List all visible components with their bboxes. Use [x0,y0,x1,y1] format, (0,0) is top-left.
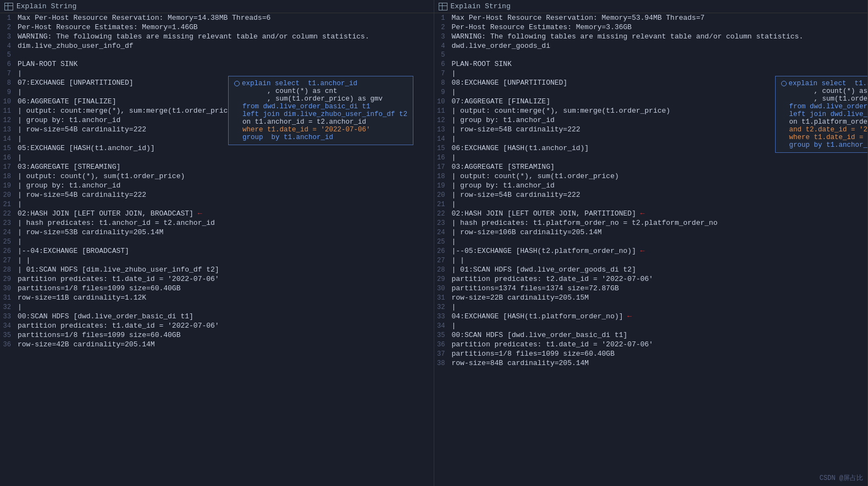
table-row: 1506:EXCHANGE [HASH(t1.anchor_id)] [434,143,868,153]
line-number: 29 [0,275,15,283]
line-content: | [450,303,868,311]
table-row: 27| | [434,256,868,265]
line-number: 24 [0,229,15,236]
table-row: 34| [434,321,868,330]
table-row: 14| [0,134,434,143]
line-number: 12 [0,117,15,124]
table-icon-right [439,3,447,10]
line-number: 6 [0,60,15,68]
line-content: partition predicates: t1.date_id = '2022… [450,340,868,349]
line-content: 00:SCAN HDFS [dwd.live_order_basic_di t1… [450,331,868,339]
line-content: | row-size=106B cardinality=205.14M [450,228,868,236]
left-line-list[interactable]: 1Max Per-Host Resource Reservation: Memo… [0,13,434,486]
line-content: | [450,153,868,162]
line-content: Per-Host Resource Estimates: Memory=3.36… [450,23,868,31]
line-number: 27 [434,257,450,264]
table-row: 1703:AGGREGATE [STREAMING] [0,162,434,172]
line-number: 1 [0,14,15,22]
line-number: 33 [434,313,450,321]
line-number: 3 [0,33,15,41]
line-number: 9 [0,89,15,96]
table-row: 11| output: count:merge(*), sum:merge(t1… [0,106,434,115]
line-number: 9 [434,89,450,96]
left-panel-header: Explain String [0,0,434,13]
table-row: 25| [0,237,434,246]
line-content: WARNING: The following tables are missin… [450,32,868,41]
watermark: CSDN @屏占比 [820,473,863,483]
line-content: row-size=42B cardinality=205.14M [15,340,434,349]
line-number: 15 [434,145,450,152]
line-content: 04:EXCHANGE [HASH(t1.platform_order_no)]… [450,312,868,321]
table-row: 2202:HASH JOIN [LEFT OUTER JOIN, PARTITI… [434,209,868,218]
line-content: | | [15,256,434,264]
line-content: | [15,69,434,78]
table-row: 35 partitions=1/8 files=1099 size=60.40G… [0,330,434,340]
line-number: 8 [0,79,15,87]
line-number: 12 [434,117,450,124]
line-number: 22 [434,210,450,218]
table-row: 29 partition predicates: t2.date_id = '2… [434,274,868,284]
table-row: 13| row-size=54B cardinality=222 [434,125,868,134]
line-content: | hash predicates: t1.anchor_id = t2.anc… [15,219,434,227]
line-content: | [15,153,434,162]
line-content: | [450,88,868,96]
table-row: 5 [434,51,868,59]
line-number: 14 [0,135,15,143]
line-number: 7 [0,70,15,78]
table-row: 6PLAN-ROOT SINK [434,59,868,69]
line-number: 8 [434,79,450,87]
table-row: 12| group by: t1.anchor_id [0,115,434,125]
table-row: 27| | [0,256,434,265]
line-number: 30 [0,285,15,292]
table-row: 1Max Per-Host Resource Reservation: Memo… [434,13,868,23]
red-arrow-icon: ← [198,209,202,218]
line-number: 22 [0,210,15,218]
line-number: 17 [434,163,450,171]
line-content: | [450,322,868,330]
line-content: | [15,238,434,246]
left-panel: Explain String 1Max Per-Host Resource Re… [0,0,434,486]
table-row: 24| row-size=53B cardinality=205.14M [0,228,434,237]
line-content: | hash predicates: t1.platform_order_no … [450,219,868,227]
table-row: 2Per-Host Resource Estimates: Memory=1.4… [0,23,434,32]
table-row: 32| [434,302,868,312]
line-content: | [450,200,868,208]
line-content: row-size=11B cardinality=1.12K [15,294,434,302]
table-row: 3300:SCAN HDFS [dwd.live_order_basic_di … [0,312,434,321]
line-content: 03:AGGREGATE [STREAMING] [15,163,434,171]
line-number: 19 [434,182,450,190]
right-line-list[interactable]: 1Max Per-Host Resource Reservation: Memo… [434,13,868,486]
line-number: 26 [434,247,450,255]
table-row: 19| group by: t1.anchor_id [434,181,868,190]
line-content: | group by: t1.anchor_id [450,116,868,124]
line-content: PLAN-ROOT SINK [450,60,868,68]
line-number: 31 [434,294,450,302]
line-number: 2 [434,24,450,31]
line-number: 15 [0,145,15,152]
line-content: dim.live_zhubo_user_info_df [15,42,434,50]
line-content: partitions=1/8 files=1099 size=60.40GB [15,284,434,292]
table-row: 18| output: count(*), sum(t1.order_price… [434,172,868,181]
line-number: 21 [0,201,15,208]
table-row: 20| row-size=54B cardinality=222 [0,190,434,200]
line-number: 20 [434,191,450,199]
line-number: 32 [0,303,15,311]
line-content: PLAN-ROOT SINK [15,60,434,68]
table-row: 9| [434,87,868,97]
line-number: 23 [0,219,15,227]
table-row: 14| [434,134,868,143]
line-number: 10 [0,98,15,106]
line-content: Per-Host Resource Estimates: Memory=1.46… [15,23,434,31]
line-content: 08:EXCHANGE [UNPARTITIONED] [450,79,868,87]
line-number: 24 [434,229,450,236]
line-content: row-size=84B cardinality=205.14M [450,359,868,367]
line-content: | output: count(*), sum(t1.order_price) [15,172,434,180]
line-content: | [15,303,434,311]
line-number: 7 [434,70,450,78]
line-number: 20 [0,191,15,199]
line-content: | [15,135,434,143]
right-panel-header: Explain String [434,0,868,13]
table-row: 32| [0,302,434,312]
line-number: 11 [434,107,450,115]
table-row: 4dim.live_zhubo_user_info_df [0,41,434,51]
